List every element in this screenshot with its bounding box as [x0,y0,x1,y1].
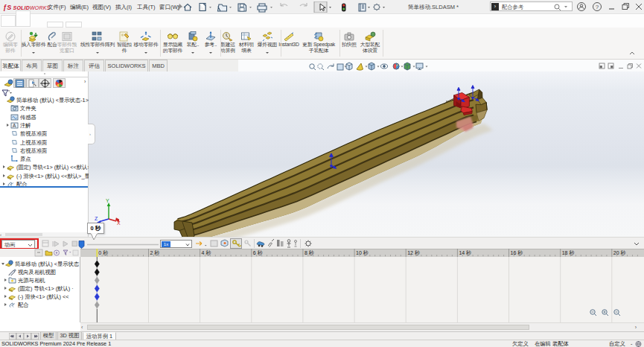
svg-text:X: X [117,220,121,226]
svg-text:18 秒: 18 秒 [562,250,575,256]
svg-text:6 秒: 6 秒 [253,250,263,256]
svg-text:0 秒: 0 秒 [98,250,108,256]
svg-text:14 秒: 14 秒 [459,250,471,256]
svg-text:4 秒: 4 秒 [202,250,211,256]
svg-text:Y: Y [106,198,109,203]
svg-text:8 秒: 8 秒 [305,250,314,256]
svg-text:?: ? [596,4,599,10]
svg-text:A: A [13,123,16,128]
svg-text:Z: Z [95,216,98,221]
svg-text:10 秒: 10 秒 [356,250,369,256]
svg-text:16 秒: 16 秒 [511,250,523,256]
svg-text:20 秒: 20 秒 [613,250,626,256]
svg-text:12 秒: 12 秒 [407,250,420,256]
svg-text:2 秒: 2 秒 [150,250,160,256]
